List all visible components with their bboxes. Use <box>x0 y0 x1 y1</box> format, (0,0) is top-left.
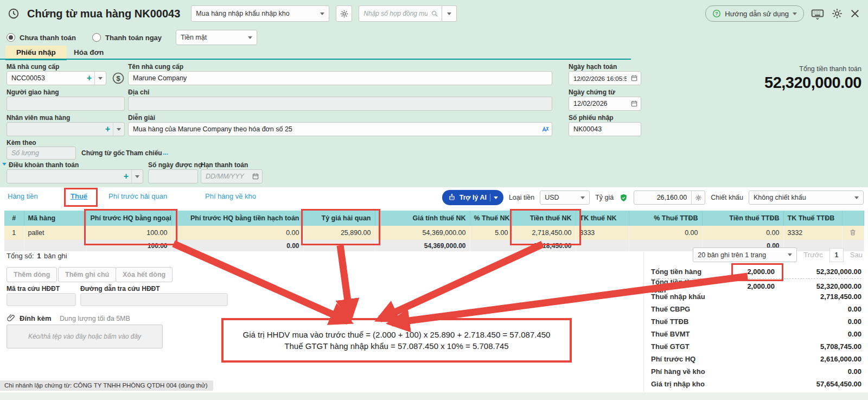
chevron-down-icon <box>98 77 103 80</box>
attached-qty-input[interactable] <box>7 147 76 160</box>
posting-date-input[interactable] <box>569 75 628 82</box>
chevron-down-icon <box>320 12 324 15</box>
tab-label: Hóa đơn <box>74 48 104 56</box>
summary-row: Tổng tiền thanh toán2,000.0052,320,000.0… <box>651 278 861 290</box>
receipt-number-input[interactable] <box>569 122 641 136</box>
cell-tk-thue-ttdb[interactable]: 3332 <box>783 226 842 240</box>
einvoice-code-input[interactable] <box>7 293 76 306</box>
contract-search-input[interactable] <box>362 9 429 18</box>
col-tk-thue-nk[interactable]: TK thuế NK <box>576 211 629 226</box>
collapse-caret-icon[interactable] <box>2 163 7 166</box>
due-date-input[interactable] <box>201 173 249 180</box>
help-button[interactable]: Hướng dẫn sử dụng <box>705 5 804 22</box>
col-tien-thue-ttdb[interactable]: Tiền thuế TTĐB <box>702 211 783 226</box>
calendar-icon[interactable] <box>249 173 262 180</box>
chevron-down-icon <box>447 12 451 15</box>
rate-settings-button[interactable] <box>691 191 705 204</box>
translate-icon[interactable] <box>539 125 552 134</box>
supplier-name-input[interactable] <box>128 71 552 85</box>
supplier-code-input[interactable] <box>7 74 84 82</box>
payment-method-dropdown[interactable]: Tiền mặt <box>176 30 257 45</box>
document-date-input[interactable] <box>569 100 628 107</box>
page-size-dropdown[interactable]: 20 bản ghi trên 1 trang <box>693 247 797 262</box>
col-index[interactable]: # <box>4 211 24 226</box>
contract-settings-button[interactable] <box>336 5 352 22</box>
detail-tab-phi-hang-ve-kho[interactable]: Phí hàng về kho <box>205 192 256 200</box>
purchase-document-window: ? $ Chứng từ mua hàng NK00043 Mua hàng n… <box>0 0 868 400</box>
col-tien-thue-nk[interactable]: Tiền thuế NK <box>512 211 576 226</box>
add-terms-button[interactable]: + <box>121 172 131 181</box>
tab-label: Phiếu nhập <box>16 48 56 56</box>
col-gia-tinh-thue-nk[interactable]: Giá tính thuế NK <box>375 211 470 226</box>
cell-phi-hq-hach-toan[interactable]: 0.00 <box>171 226 303 240</box>
contract-search-dropdown-button[interactable] <box>442 5 457 22</box>
col-pct-thue-ttdb[interactable]: % Thuế TTĐB <box>629 211 702 226</box>
col-ma-hang[interactable]: Mã hàng <box>24 211 86 226</box>
cell-tien-thue-ttdb[interactable]: 0.00 <box>702 226 783 240</box>
payment-terms-input[interactable] <box>7 173 121 180</box>
buyer-dropdown-button[interactable] <box>113 123 124 136</box>
tab-phieu-nhap[interactable]: Phiếu nhập <box>5 46 67 60</box>
col-phi-hq-ngoai-te[interactable]: Phí trước HQ bằng ngoại tệ <box>86 211 171 226</box>
reference-more-link[interactable]: ... <box>163 149 168 156</box>
radio-unpaid[interactable] <box>7 33 15 42</box>
cell-pct-thue-nk[interactable]: 5.00 <box>470 226 512 240</box>
summary-row: Giá trị nhập kho57,654,450.00 <box>651 378 861 390</box>
debt-days-input[interactable] <box>148 169 198 183</box>
terms-dropdown-button[interactable] <box>131 170 143 183</box>
col-tk-thue-ttdb[interactable]: TK Thuế TTĐB <box>783 211 842 226</box>
posting-date-field <box>569 71 641 85</box>
detail-tab-hang-tien[interactable]: Hàng tiền <box>8 192 38 200</box>
add-row-button[interactable]: Thêm dòng <box>7 267 57 282</box>
currency-label: Loại tiền <box>509 194 534 201</box>
cell-phi-hq-ngoai-te[interactable]: 100.00 <box>86 226 171 240</box>
buyer-input[interactable] <box>7 125 103 133</box>
contract-search-group <box>359 5 457 22</box>
radio-pay-now[interactable] <box>92 33 101 42</box>
supplier-dropdown-button[interactable] <box>94 72 106 85</box>
cell-tien-thue-nk[interactable]: 2,718,450.00 <box>512 226 576 240</box>
deliverer-input[interactable] <box>7 97 125 111</box>
current-page[interactable]: 1 <box>829 248 844 262</box>
table-row[interactable]: 1 pallet 100.00 0.00 25,890.00 54,369,00… <box>4 226 864 240</box>
col-phi-hq-hach-toan[interactable]: Phí trước HQ bằng tiền hạch toán <box>171 211 303 226</box>
prev-page-button[interactable]: Trước <box>803 251 823 259</box>
cell-pct-thue-ttdb[interactable]: 0.00 <box>629 226 702 240</box>
calendar-icon[interactable] <box>628 100 641 107</box>
ai-assistant-button[interactable]: Trợ lý AI <box>442 190 503 205</box>
tab-hoa-don[interactable]: Hóa đơn <box>63 46 114 59</box>
next-page-button[interactable]: Sau <box>850 251 863 259</box>
history-clock-icon[interactable] <box>8 8 20 20</box>
document-type-dropdown[interactable]: Mua hàng nhập khẩu nhập kho <box>191 5 329 22</box>
detail-tab-thue[interactable]: Thuế <box>71 192 87 200</box>
trash-icon[interactable] <box>849 228 857 236</box>
due-date-label: Hạn thanh toán <box>201 161 248 169</box>
col-ty-gia-hai-quan[interactable]: Tỷ giá hải quan <box>303 211 375 226</box>
calendar-icon[interactable] <box>628 74 641 82</box>
add-note-button[interactable]: Thêm ghi chú <box>58 267 116 282</box>
keyboard-shortcuts-icon[interactable] <box>810 7 825 21</box>
cell-gia-tinh-thue-nk[interactable]: 54,369,000.00 <box>375 226 470 240</box>
add-supplier-button[interactable]: + <box>84 73 94 83</box>
description-input[interactable] <box>129 125 539 133</box>
attachment-dropzone[interactable]: Kéo/thả tệp vào đây hoặc bấm vào đây <box>7 325 163 348</box>
dollar-circle-icon[interactable] <box>112 72 125 85</box>
shield-icon <box>619 193 628 202</box>
posting-date-label: Ngày hạch toán <box>569 63 617 71</box>
currency-dropdown[interactable]: USD <box>540 191 590 205</box>
settings-gear-icon[interactable] <box>831 8 843 20</box>
detail-tab-phi-truoc-hai-quan[interactable]: Phí trước hải quan <box>108 192 167 200</box>
add-buyer-button[interactable]: + <box>103 124 113 134</box>
col-pct-thue-nk[interactable]: % Thuế NK <box>470 211 512 226</box>
horizontal-scrollbar-track[interactable] <box>0 392 868 400</box>
cell-ty-gia-hai-quan[interactable]: 25,890.00 <box>303 226 375 240</box>
cell-ma-hang[interactable]: pallet <box>24 226 86 240</box>
discount-dropdown[interactable]: Không chiết khấu <box>749 191 864 205</box>
annotation-line-2: Thuế GTGT hàng nhập khẩu = 57.087.450 x … <box>284 341 508 351</box>
close-icon[interactable] <box>850 8 860 19</box>
rate-input[interactable] <box>634 194 691 201</box>
address-input[interactable] <box>128 97 552 111</box>
delete-all-rows-button[interactable]: Xóa hết dòng <box>116 267 173 282</box>
cell-tk-thue-nk[interactable]: 3333 <box>576 226 629 240</box>
einvoice-url-input[interactable] <box>80 293 228 306</box>
